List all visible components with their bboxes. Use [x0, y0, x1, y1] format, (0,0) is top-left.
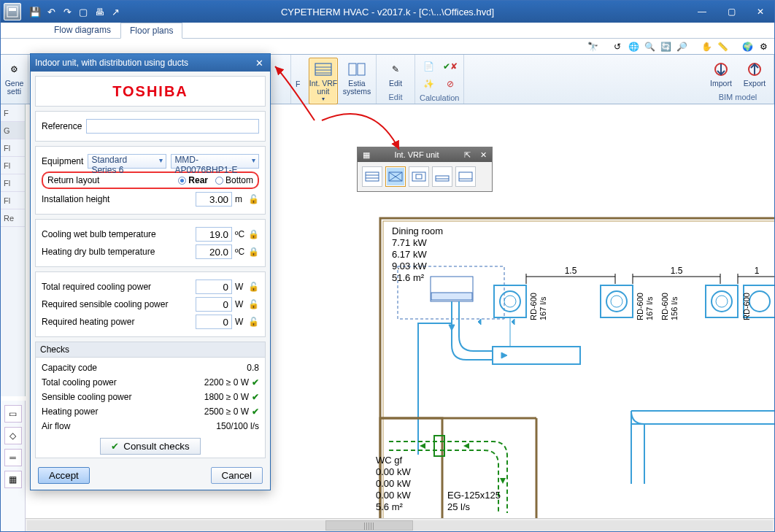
- help-icon[interactable]: 🌍: [741, 40, 754, 53]
- magic-wand-icon[interactable]: ✨: [421, 77, 436, 91]
- general-settings-button[interactable]: ⚙Gene setti: [0, 58, 29, 98]
- install-height-label: Installation height: [42, 194, 109, 204]
- consult-checks-button[interactable]: ✔Consult checks: [100, 438, 200, 455]
- svg-text:RD-600: RD-600: [742, 293, 751, 320]
- save-icon[interactable]: 💾: [28, 5, 42, 18]
- svg-point-25: [611, 296, 622, 307]
- check-x-icon[interactable]: ✔✘: [443, 59, 458, 74]
- edit-button[interactable]: ✎ Edit: [381, 58, 410, 90]
- tot-cool-input[interactable]: [196, 280, 232, 294]
- lock-icon[interactable]: 🔒: [248, 247, 259, 257]
- float-close-icon[interactable]: ✕: [477, 149, 489, 161]
- svg-marker-54: [463, 443, 469, 449]
- reference-input[interactable]: [86, 119, 259, 134]
- settings-icon[interactable]: ⚙: [757, 40, 770, 53]
- calc-sheet-icon[interactable]: 📄: [421, 59, 436, 74]
- svg-rect-72: [412, 172, 425, 181]
- install-height-input[interactable]: [196, 192, 232, 207]
- svg-text:6.17 kW: 6.17 kW: [392, 249, 427, 260]
- horizontal-scrollbar[interactable]: [26, 518, 774, 531]
- float-menu-icon[interactable]: ▦: [360, 149, 372, 161]
- ribbon-group-general: ⚙Gene setti: [1, 55, 28, 104]
- dialog-titlebar[interactable]: Indoor unit, with distribution using duc…: [31, 54, 270, 72]
- lock-icon[interactable]: 🔓: [248, 317, 259, 327]
- svg-text:156 l/s: 156 l/s: [670, 296, 679, 320]
- svg-text:51.6 m²: 51.6 m²: [392, 272, 425, 283]
- svg-text:167 l/s: 167 l/s: [645, 296, 654, 320]
- svg-rect-6: [349, 63, 356, 75]
- refresh-icon[interactable]: 🔄: [659, 40, 672, 53]
- cool-wb-input[interactable]: [196, 227, 232, 242]
- zoom-in-icon[interactable]: 🔎: [675, 40, 688, 53]
- int-vrf-unit-button[interactable]: Int. VRF unit ▾: [309, 58, 338, 104]
- float-unit-3-icon[interactable]: [409, 166, 429, 187]
- sens-cool-input[interactable]: [196, 297, 232, 312]
- globe-icon[interactable]: 🌐: [627, 40, 640, 53]
- cancel-circle-icon[interactable]: ⊘: [443, 77, 458, 91]
- box-icon[interactable]: ▢: [77, 5, 90, 18]
- tab-floor-plans[interactable]: Floor plans: [120, 23, 182, 39]
- heat-db-input[interactable]: [196, 244, 232, 259]
- tab-bar: Flow diagrams Floor plans: [1, 23, 774, 39]
- lock-icon[interactable]: 🔓: [248, 282, 259, 292]
- undo-icon[interactable]: ↶: [45, 5, 58, 18]
- floating-toolbar[interactable]: ▦ Int. VRF unit ⇱ ✕: [357, 147, 493, 192]
- svg-rect-68: [366, 172, 379, 181]
- lock-icon[interactable]: 🔒: [248, 229, 259, 239]
- cancel-button[interactable]: Cancel: [211, 467, 263, 484]
- close-button[interactable]: ✕: [747, 1, 774, 22]
- temperature-panel: Cooling wet bulb temperature ºC 🔒 Heatin…: [35, 219, 266, 267]
- print-icon[interactable]: 🖶: [93, 5, 106, 18]
- minimize-button[interactable]: —: [688, 1, 716, 22]
- float-pin-icon[interactable]: ⇱: [461, 149, 473, 161]
- tab-flow-diagrams[interactable]: Flow diagrams: [45, 22, 120, 38]
- return-rear-radio[interactable]: Rear: [178, 175, 208, 185]
- float-unit-4-icon[interactable]: [432, 166, 452, 187]
- reference-label: Reference: [42, 121, 82, 131]
- svg-marker-15: [449, 325, 455, 331]
- pan-icon[interactable]: ✋: [700, 40, 713, 53]
- measure-icon[interactable]: 📏: [716, 40, 729, 53]
- binoculars-icon[interactable]: 🔭: [586, 40, 599, 53]
- quick-access-toolbar: 💾 ↶ ↷ ▢ 🖶 ↗: [28, 5, 122, 18]
- checks-header: Checks: [35, 342, 266, 358]
- svg-rect-1: [9, 8, 16, 11]
- float-unit-5-icon[interactable]: [455, 166, 476, 187]
- tool-3-icon[interactable]: ═: [4, 449, 22, 466]
- dialog-title-text: Indoor unit, with distribution using duc…: [35, 58, 188, 68]
- svg-text:0.00 kW: 0.00 kW: [376, 466, 411, 477]
- heat-pow-input[interactable]: [196, 315, 232, 329]
- svg-text:1: 1: [755, 266, 760, 276]
- return-bottom-radio[interactable]: Bottom: [215, 175, 253, 185]
- svg-point-20: [500, 291, 520, 312]
- rotate-ccw-icon[interactable]: ↺: [611, 40, 624, 53]
- svg-text:RD-600: RD-600: [529, 293, 538, 320]
- tool-2-icon[interactable]: ◇: [4, 427, 22, 444]
- svg-marker-18: [512, 319, 514, 325]
- lock-icon[interactable]: 🔓: [248, 194, 259, 204]
- dialog-close-button[interactable]: ✕: [252, 56, 266, 69]
- reference-panel: Reference: [35, 111, 266, 142]
- ribbon-mini-toolbar: 🔭 ↺ 🌐 🔍 🔄 🔎 ✋ 📏 🌍 ⚙: [1, 39, 774, 55]
- tool-1-icon[interactable]: ▭: [4, 405, 22, 423]
- brand-panel: TOSHIBA: [35, 76, 266, 107]
- redo-icon[interactable]: ↷: [61, 5, 74, 18]
- float-unit-2-icon[interactable]: [385, 166, 406, 187]
- svg-point-30: [749, 291, 770, 312]
- zoom-out-icon[interactable]: 🔍: [643, 40, 656, 53]
- model-select[interactable]: MMD-AP0076BHP1-E: [171, 154, 259, 169]
- lock-icon[interactable]: 🔓: [248, 299, 259, 309]
- ribbon-group-calculation: 📄 ✨ ✔✘ ⊘ Calculation: [415, 55, 464, 104]
- power-panel: Total required cooling power W 🔓 Require…: [35, 271, 266, 337]
- import-button[interactable]: Import: [706, 58, 736, 90]
- tool-4-icon[interactable]: ▦: [4, 471, 22, 488]
- estia-systems-button[interactable]: Estia systems: [342, 58, 371, 98]
- accept-button[interactable]: Accept: [38, 467, 90, 484]
- float-unit-1-icon[interactable]: [362, 166, 382, 187]
- svg-point-27: [712, 291, 732, 312]
- export-button[interactable]: Export: [740, 58, 769, 90]
- export-arrow-icon[interactable]: ↗: [109, 5, 122, 18]
- maximize-button[interactable]: ▢: [717, 1, 745, 22]
- svg-marker-53: [420, 443, 425, 449]
- series-select[interactable]: Standard Series 6: [88, 154, 166, 169]
